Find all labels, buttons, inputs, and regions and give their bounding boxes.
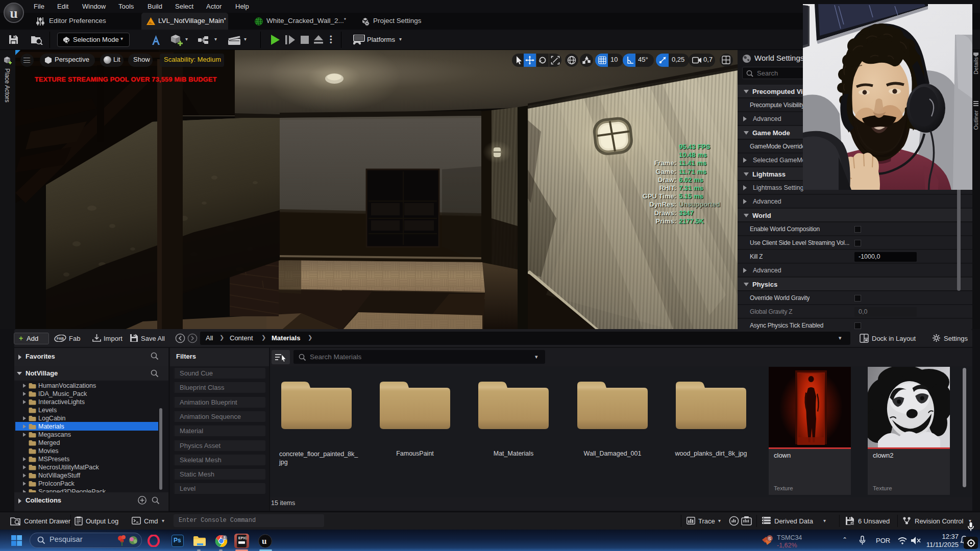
svg-text:FAB: FAB <box>57 337 64 340</box>
svg-text:S: S <box>768 536 771 541</box>
